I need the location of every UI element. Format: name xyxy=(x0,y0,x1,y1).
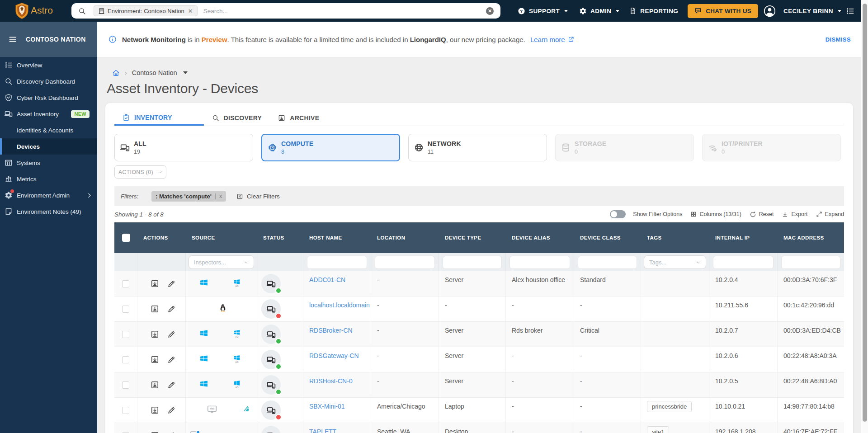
learn-more-link[interactable]: Learn more xyxy=(530,36,574,43)
category-all[interactable]: ALL19 xyxy=(114,134,253,161)
row-checkbox[interactable] xyxy=(122,381,129,389)
page-scrollbar[interactable] xyxy=(861,0,868,433)
showing-count: Showing 1 - 8 of 8 xyxy=(114,211,164,218)
host-name-link[interactable]: RDSBroker-CN xyxy=(309,327,353,334)
sidebar-item-devices[interactable]: Devices xyxy=(0,138,97,155)
host-name-link[interactable]: TAPLETT xyxy=(309,428,336,433)
tab-archive[interactable]: ARCHIVE xyxy=(270,110,327,126)
report-icon xyxy=(629,7,637,14)
row-checkbox[interactable] xyxy=(122,280,129,287)
archive-row-icon[interactable] xyxy=(151,406,159,414)
global-search[interactable]: Environment: Contoso Nation ✕ Search... … xyxy=(71,3,500,19)
device-status-icon xyxy=(261,400,281,420)
category-network[interactable]: NETWORK11 xyxy=(408,134,547,161)
host-name-link[interactable]: ADDC01-CN xyxy=(309,276,345,283)
sidebar-item-identities-accounts[interactable]: Identities & Accounts xyxy=(0,122,97,138)
sidebar-item-cyber-risk-dashboard[interactable]: Cyber Risk Dashboard xyxy=(0,89,97,106)
select-all-checkbox[interactable] xyxy=(122,234,130,242)
sidebar-item-overview[interactable]: Overview xyxy=(0,57,97,73)
table-row: Mac SBX-Mini-01 America/Chicago Laptop -… xyxy=(114,398,844,423)
header-select-all[interactable] xyxy=(114,222,137,253)
reporting-menu[interactable]: REPORTING xyxy=(629,7,678,14)
column-filter-input[interactable] xyxy=(781,256,840,269)
sidebar-item-discovery-dashboard[interactable]: Discovery Dashboard xyxy=(0,73,97,89)
tab-inventory[interactable]: INVENTORY xyxy=(114,110,204,126)
breadcrumb-environment[interactable]: Contoso Nation xyxy=(132,69,177,76)
search-clear-icon[interactable]: ✕ xyxy=(486,7,494,15)
dismiss-button[interactable]: DISMISS xyxy=(826,36,851,43)
archive-row-icon[interactable] xyxy=(151,330,159,339)
archive-row-icon[interactable] xyxy=(151,381,159,389)
column-filter-input[interactable] xyxy=(578,256,637,269)
column-filter-input[interactable] xyxy=(713,256,774,269)
archive-row-icon[interactable] xyxy=(151,431,159,433)
archive-row-icon[interactable] xyxy=(151,279,159,288)
edit-row-icon[interactable] xyxy=(167,330,175,339)
tags-filter-select[interactable]: Tags... xyxy=(644,255,706,269)
hamburger-icon[interactable] xyxy=(8,35,17,44)
row-checkbox[interactable] xyxy=(122,331,129,338)
edit-row-icon[interactable] xyxy=(167,381,175,389)
row-checkbox[interactable] xyxy=(122,306,129,313)
clear-filters-button[interactable]: Clear Filters xyxy=(236,193,280,200)
chat-with-us-button[interactable]: CHAT WITH US xyxy=(688,4,758,18)
status-dot-online xyxy=(275,287,282,294)
environment-filter-chip[interactable]: Environment: Contoso Nation ✕ xyxy=(94,5,198,16)
list-menu-icon[interactable] xyxy=(846,7,854,15)
reset-button[interactable]: Reset xyxy=(750,211,774,218)
chip-remove-icon[interactable]: ✕ xyxy=(188,8,193,14)
edit-row-icon[interactable] xyxy=(167,406,175,414)
column-filter-input[interactable] xyxy=(509,256,570,269)
archive-icon xyxy=(278,114,285,122)
show-filter-options-toggle[interactable]: Show Filter Options xyxy=(610,210,682,218)
host-name-link[interactable]: RDSHost-CN-0 xyxy=(309,377,353,385)
sidebar-item-metrics[interactable]: Metrics xyxy=(0,171,97,187)
avatar[interactable] xyxy=(764,5,776,17)
actions-dropdown-button[interactable]: ACTIONS (0) xyxy=(114,165,166,179)
sidebar-item-environment-notes-49[interactable]: Environment Notes (49) xyxy=(0,203,97,220)
column-filter-input[interactable] xyxy=(443,256,502,269)
edit-row-icon[interactable] xyxy=(167,356,175,364)
row-checkbox[interactable] xyxy=(122,356,129,363)
row-checkbox[interactable] xyxy=(122,407,129,414)
host-name-link[interactable]: RDSGateway-CN xyxy=(309,352,359,359)
sidebar-item-asset-inventory[interactable]: Asset InventoryNEW xyxy=(0,106,97,122)
column-filter-input[interactable] xyxy=(375,256,435,269)
archive-row-icon[interactable] xyxy=(151,305,159,313)
iot-icon xyxy=(708,143,717,152)
category-compute[interactable]: COMPUTE8 xyxy=(261,134,400,161)
archive-row-icon[interactable] xyxy=(151,355,159,364)
environment-dropdown-caret[interactable] xyxy=(183,71,188,74)
host-name-link[interactable]: localhost.localdomain xyxy=(309,301,370,309)
sidebar-item-systems[interactable]: Systems xyxy=(0,155,97,171)
scrollbar-thumb[interactable] xyxy=(863,4,867,422)
edit-row-icon[interactable] xyxy=(167,280,175,288)
info-icon xyxy=(108,35,117,43)
device-status-icon xyxy=(261,426,281,433)
expand-button[interactable]: Expand xyxy=(816,211,844,217)
status-dot-offline xyxy=(275,414,282,420)
top-bar: Astro Environment: Contoso Nation ✕ Sear… xyxy=(0,0,868,22)
search-icon xyxy=(78,7,86,15)
host-name-link[interactable]: SBX-Mini-01 xyxy=(309,403,345,410)
filter-chip-remove[interactable]: x xyxy=(219,193,222,199)
edit-row-icon[interactable] xyxy=(167,305,175,313)
tab-discovery[interactable]: DISCOVERY xyxy=(204,110,270,126)
column-filter-input[interactable] xyxy=(307,256,367,269)
database-icon xyxy=(561,143,571,152)
support-menu[interactable]: ? SUPPORT xyxy=(518,7,568,15)
user-menu[interactable]: CECILEY BRINN xyxy=(783,8,841,14)
breadcrumb-chevron-icon: › xyxy=(125,69,127,76)
home-icon[interactable] xyxy=(112,69,120,77)
laptop-badge-icon xyxy=(189,430,201,433)
admin-menu[interactable]: ADMIN xyxy=(579,7,619,15)
shield-check-icon xyxy=(5,94,13,102)
columns-button[interactable]: Columns (13/31) xyxy=(690,211,741,217)
edit-row-icon[interactable] xyxy=(167,432,175,433)
sidebar-item-environment-admin[interactable]: Environment Admin xyxy=(0,187,97,203)
windows-icon xyxy=(199,379,208,388)
filter-chip[interactable]: : Matches 'compute' x xyxy=(151,191,226,202)
inspectors-filter-select[interactable]: Inspectors... xyxy=(189,255,254,269)
note-icon xyxy=(5,207,13,216)
export-button[interactable]: Export xyxy=(782,211,807,218)
